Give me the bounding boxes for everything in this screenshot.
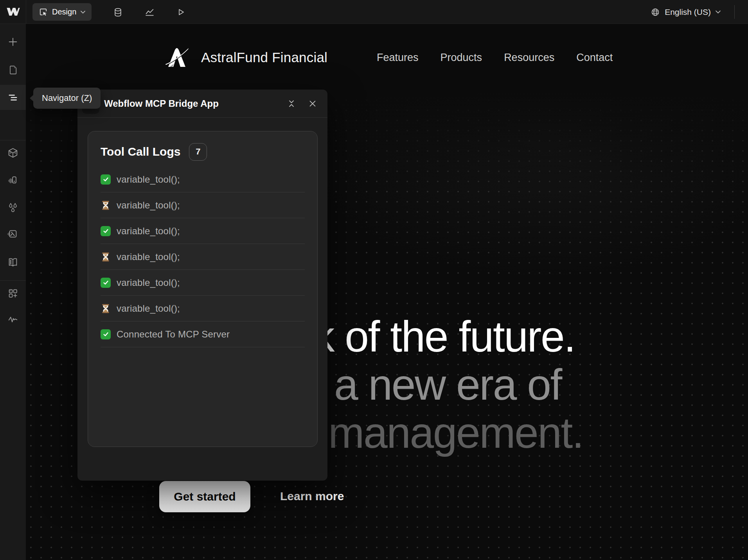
status-success-icon: [101, 278, 111, 288]
webflow-logo-icon[interactable]: [5, 4, 22, 20]
log-row: variable_tool();: [101, 167, 305, 192]
top-toolbar: Design E: [0, 0, 748, 24]
log-label: variable_tool();: [117, 303, 180, 314]
image-icon: [7, 228, 19, 240]
log-label: variable_tool();: [117, 174, 180, 185]
assets-button[interactable]: [4, 225, 22, 242]
log-row: variable_tool();: [101, 244, 305, 270]
status-pending-icon: [101, 200, 111, 210]
toolbar-right-divider: [734, 5, 735, 19]
webflow-designer: AstralFund Financial FeaturesProductsRes…: [0, 0, 748, 560]
collapse-icon: [287, 99, 296, 108]
apps-icon: [7, 287, 19, 299]
close-button[interactable]: [305, 96, 320, 111]
cube-icon: [7, 147, 19, 159]
droplets-icon: [7, 202, 19, 214]
modal-header[interactable]: Webflow MCP Bridge App: [77, 90, 327, 118]
preview-button[interactable]: [173, 4, 189, 20]
nav-link-resources[interactable]: Resources: [504, 52, 554, 64]
status-success-icon: [101, 174, 111, 185]
status-pending-icon: [101, 252, 111, 262]
play-icon: [176, 7, 185, 17]
nav-link-products[interactable]: Products: [441, 52, 482, 64]
site-nav: FeaturesProductsResourcesContact: [377, 52, 613, 64]
log-row: variable_tool();: [101, 192, 305, 218]
activity-wave-icon: [7, 314, 19, 326]
chevron-down-icon: [716, 10, 721, 14]
log-label: variable_tool();: [117, 200, 180, 211]
language-selector[interactable]: English (US): [651, 0, 721, 24]
cms-database-button[interactable]: [110, 4, 126, 20]
learn-more-button[interactable]: Learn more: [280, 490, 344, 503]
add-element-button[interactable]: [4, 33, 22, 50]
hero-line-2: a new era of: [334, 363, 561, 407]
navigator-button[interactable]: [4, 89, 22, 106]
sidebar-divider: [0, 140, 26, 140]
log-count-badge: 7: [189, 143, 207, 161]
swatches-icon: [7, 174, 19, 186]
globe-icon: [651, 7, 660, 17]
apps-button[interactable]: [4, 285, 22, 302]
database-icon: [113, 7, 123, 17]
navigator-tooltip: Navigator (Z): [33, 88, 101, 109]
variables-button[interactable]: [4, 199, 22, 216]
log-row: variable_tool();: [101, 296, 305, 321]
pages-button[interactable]: [4, 61, 22, 79]
log-row: variable_tool();: [101, 218, 305, 244]
log-row: Connected To MCP Server: [101, 321, 305, 347]
get-started-button[interactable]: Get started: [159, 481, 250, 512]
nav-link-contact[interactable]: Contact: [576, 52, 613, 64]
nav-link-features[interactable]: Features: [377, 52, 419, 64]
audit-button[interactable]: [4, 312, 22, 329]
line-chart-icon: [145, 7, 155, 17]
log-label: Connected To MCP Server: [117, 329, 230, 340]
hero-line-1: k of the future.: [313, 315, 575, 359]
design-mode-dropdown[interactable]: Design: [32, 3, 92, 21]
log-label: variable_tool();: [117, 251, 180, 262]
selector-icon: [39, 7, 48, 16]
language-label: English (US): [665, 7, 711, 17]
style-panel-button[interactable]: [4, 171, 22, 188]
status-success-icon: [101, 226, 111, 236]
site-brand-name: AstralFund Financial: [201, 50, 327, 65]
toolbar-divider: [26, 0, 26, 24]
components-button[interactable]: [4, 144, 22, 162]
sidebar-divider: [0, 280, 26, 281]
log-list: variable_tool();variable_tool();variable…: [101, 167, 305, 347]
plus-icon: [7, 36, 19, 48]
page-icon: [7, 65, 18, 75]
collapse-button[interactable]: [284, 96, 299, 111]
card-title: Tool Call Logs: [101, 145, 180, 158]
modal-title: Webflow MCP Bridge App: [104, 98, 219, 109]
open-book-icon: [7, 257, 19, 268]
log-row: variable_tool();: [101, 270, 305, 296]
close-icon: [308, 99, 317, 108]
analytics-button[interactable]: [142, 4, 157, 20]
status-pending-icon: [101, 303, 111, 314]
left-toolbar: [0, 24, 26, 560]
tool-call-logs-card: Tool Call Logs 7 variable_tool();variabl…: [88, 131, 318, 447]
log-label: variable_tool();: [117, 226, 180, 237]
hero-line-3: management.: [328, 411, 583, 455]
site-header: AstralFund Financial FeaturesProductsRes…: [26, 24, 748, 94]
navigator-icon: [7, 92, 19, 103]
chevron-down-icon: [81, 11, 85, 14]
mcp-bridge-modal: Webflow MCP Bridge App Tool Call Logs 7 …: [77, 90, 327, 481]
design-mode-label: Design: [52, 7, 76, 16]
astralfund-logo-icon: [164, 45, 189, 70]
cms-book-button[interactable]: [4, 254, 22, 271]
log-label: variable_tool();: [117, 277, 180, 288]
status-success-icon: [101, 329, 111, 339]
